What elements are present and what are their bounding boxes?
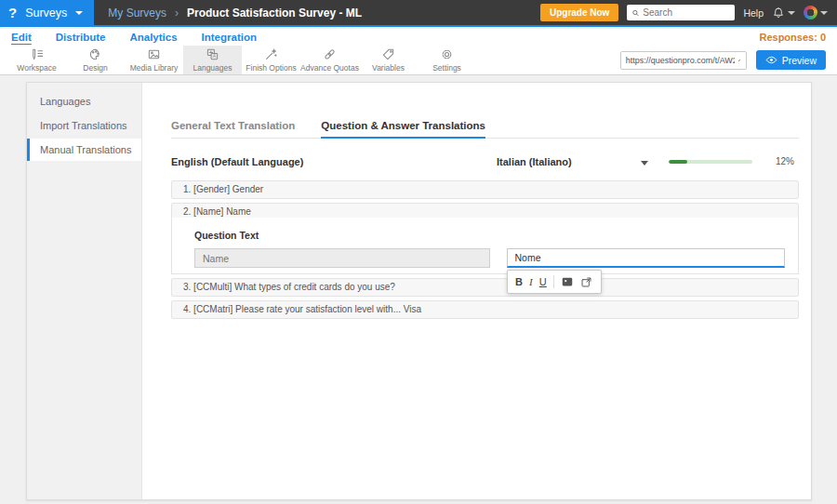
wand-icon	[264, 47, 278, 61]
nav-edit[interactable]: Edit	[11, 32, 32, 43]
search-icon	[631, 8, 640, 18]
chevron-down-icon	[75, 11, 83, 15]
tag-icon	[381, 47, 395, 61]
target-language-select[interactable]: Italian (Italiano)	[497, 156, 572, 167]
open-in-new-icon[interactable]	[580, 276, 592, 288]
translation-inputs: B I U	[194, 248, 785, 268]
preview-button[interactable]: Preview	[756, 50, 826, 70]
nav-distribute[interactable]: Distribute	[56, 32, 106, 43]
avatar	[804, 6, 817, 20]
surveys-menu[interactable]: ? Surveys	[0, 0, 94, 25]
underline-button[interactable]: U	[539, 276, 547, 287]
breadcrumb-separator: ›	[175, 7, 179, 20]
text-editor-toolbar: B I U	[507, 270, 602, 294]
toolbar-separator	[553, 275, 554, 288]
translate-icon: A	[206, 47, 219, 61]
preview-label: Preview	[782, 55, 817, 66]
tool-finish-options[interactable]: Finish Options	[242, 46, 300, 74]
sidebar-item-manual-translations[interactable]: Manual Translations	[27, 139, 141, 161]
tool-design[interactable]: Design	[66, 46, 125, 74]
topbar-right: Upgrade Now Help	[540, 4, 837, 21]
notifications-menu[interactable]	[772, 7, 795, 20]
survey-url-box[interactable]	[620, 51, 747, 70]
question-text-label: Question Text	[194, 230, 785, 241]
sidebar-item-languages[interactable]: Languages	[27, 90, 141, 113]
image-icon	[147, 47, 161, 61]
edit-toolbar: Workspace Design Media Library A Languag…	[0, 46, 837, 75]
tool-media-library[interactable]: Media Library	[125, 46, 183, 74]
translation-progress-percent: 12%	[776, 156, 794, 166]
topbar: ? Surveys My Surveys › Product Satisfact…	[0, 0, 837, 27]
responses-count[interactable]: Responses: 0	[759, 32, 826, 43]
help-link[interactable]: Help	[743, 7, 764, 19]
tool-workspace[interactable]: Workspace	[7, 46, 66, 74]
translation-progress-fill	[669, 160, 687, 164]
insert-image-icon[interactable]	[561, 275, 574, 288]
translation-progress-bar	[669, 160, 752, 164]
nav-integration[interactable]: Integration	[202, 32, 257, 43]
tool-languages[interactable]: A Languages	[183, 46, 242, 74]
gear-icon	[440, 47, 454, 61]
pencil-icon[interactable]	[737, 56, 741, 65]
languages-panel: Languages Import Translations Manual Tra…	[26, 82, 812, 500]
italic-button[interactable]: I	[529, 276, 533, 287]
chevron-down-icon	[788, 11, 795, 15]
account-menu[interactable]	[804, 6, 828, 20]
bell-icon	[772, 7, 785, 20]
question-row-ccmulti[interactable]: 3. [CCMulti] What types of credit cards …	[171, 278, 799, 297]
surveys-menu-label: Surveys	[25, 7, 67, 20]
question-row-gender[interactable]: 1. [Gender] Gender	[171, 180, 799, 199]
target-text-input[interactable]	[507, 248, 786, 268]
chain-icon	[323, 47, 337, 61]
questionpro-logo: ?	[8, 6, 17, 20]
target-text-wrap: B I U	[507, 248, 786, 268]
search-input[interactable]	[643, 7, 730, 18]
question-rows: 1. [Gender] Gender 2. [Name] Name Questi…	[171, 180, 799, 319]
survey-url-input[interactable]	[626, 56, 735, 65]
question-translation-panel: Question Text B I U	[171, 218, 799, 274]
language-selection-row: English (Default Language) Italian (Ital…	[171, 153, 799, 172]
tool-variables[interactable]: Variables	[359, 46, 418, 74]
languages-sidebar: Languages Import Translations Manual Tra…	[27, 83, 142, 499]
svg-text:A: A	[213, 53, 217, 59]
search-box[interactable]	[627, 5, 735, 20]
source-language-label: English (Default Language)	[171, 156, 303, 167]
main-nav: Edit Distribute Analytics Integration Re…	[0, 29, 837, 46]
tab-question-answer-translations[interactable]: Question & Answer Translations	[321, 120, 485, 139]
survey-title: Product Satisfaction Survey - ML	[187, 7, 362, 20]
nav-analytics[interactable]: Analytics	[129, 32, 177, 43]
question-row-ccmatri[interactable]: 4. [CCMatri] Please rate your satisfacti…	[171, 300, 799, 319]
chevron-down-icon	[820, 11, 828, 15]
sidebar-item-import-translations[interactable]: Import Translations	[27, 114, 141, 137]
breadcrumb-my-surveys[interactable]: My Surveys	[108, 7, 166, 20]
chevron-down-icon[interactable]	[641, 161, 648, 166]
upgrade-now-button[interactable]: Upgrade Now	[540, 4, 618, 21]
eye-icon	[765, 54, 777, 66]
source-text-input	[194, 248, 490, 268]
workspace-icon	[30, 47, 44, 61]
tab-general-text-translation[interactable]: General Text Translation	[171, 120, 295, 138]
tool-settings[interactable]: Settings	[418, 46, 476, 74]
palette-icon	[88, 47, 102, 61]
translation-tabs: General Text Translation Question & Answ…	[171, 120, 799, 139]
breadcrumb: My Surveys › Product Satisfaction Survey…	[108, 7, 362, 20]
bold-button[interactable]: B	[515, 276, 523, 287]
toolbar-right: Preview	[620, 46, 837, 74]
tool-advance-quotas[interactable]: Advance Quotas	[300, 46, 359, 74]
translations-content: General Text Translation Question & Answ…	[142, 83, 811, 499]
